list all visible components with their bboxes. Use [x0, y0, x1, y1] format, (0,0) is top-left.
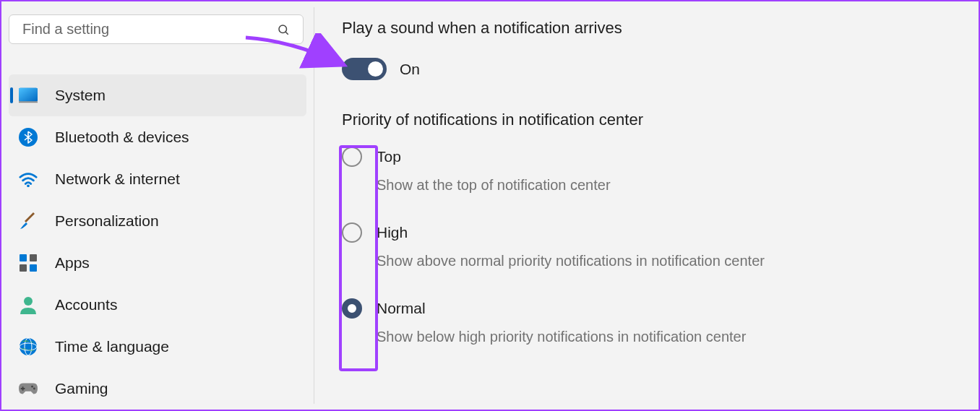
- nav-item-accounts[interactable]: Accounts: [9, 284, 306, 326]
- radio-desc: Show below high priority notifications i…: [377, 326, 788, 348]
- nav-item-time-language[interactable]: Time & language: [9, 326, 306, 368]
- person-icon: [19, 295, 38, 314]
- search-input[interactable]: [22, 21, 277, 38]
- nav-label: Personalization: [55, 212, 159, 230]
- svg-rect-9: [20, 264, 27, 272]
- gamepad-icon: [19, 379, 38, 398]
- radio-normal[interactable]: [342, 298, 362, 319]
- radio-high[interactable]: [342, 222, 362, 243]
- content-panel: Play a sound when a notification arrives…: [314, 1, 979, 410]
- priority-radio-group: Top Show at the top of notification cent…: [342, 147, 950, 348]
- svg-point-6: [27, 184, 30, 187]
- radio-option-top[interactable]: Top Show at the top of notification cent…: [342, 147, 950, 196]
- sound-setting-title: Play a sound when a notification arrives: [342, 19, 950, 38]
- globe-icon: [19, 337, 38, 356]
- nav-label: Accounts: [55, 296, 117, 313]
- svg-point-12: [20, 338, 37, 355]
- svg-rect-7: [20, 254, 27, 261]
- nav-item-bluetooth[interactable]: Bluetooth & devices: [9, 116, 306, 158]
- radio-option-normal[interactable]: Normal Show below high priority notifica…: [342, 298, 950, 348]
- toggle-state-label: On: [400, 61, 420, 78]
- nav-label: Time & language: [55, 338, 169, 355]
- radio-content: Top Show at the top of notification cent…: [377, 147, 950, 196]
- brush-icon: [19, 212, 38, 230]
- apps-icon: [19, 254, 38, 272]
- search-icon: [277, 23, 290, 36]
- priority-section-title: Priority of notifications in notificatio…: [342, 111, 950, 129]
- toggle-row: On: [342, 58, 950, 80]
- nav-label: Gaming: [55, 380, 108, 397]
- nav-label: System: [55, 87, 106, 104]
- radio-label: Normal: [377, 300, 950, 317]
- nav-label: Apps: [55, 254, 90, 272]
- nav-item-personalization[interactable]: Personalization: [9, 200, 306, 242]
- sidebar: System Bluetooth & devices Network & int…: [1, 1, 314, 410]
- sound-toggle[interactable]: [342, 58, 387, 80]
- svg-rect-4: [19, 101, 38, 103]
- nav-label: Network & internet: [55, 170, 180, 188]
- svg-line-1: [285, 32, 288, 35]
- nav-item-network[interactable]: Network & internet: [9, 158, 306, 200]
- nav-label: Bluetooth & devices: [55, 129, 189, 146]
- svg-rect-10: [30, 264, 37, 272]
- svg-point-11: [24, 297, 33, 306]
- radio-top[interactable]: [342, 147, 362, 167]
- svg-rect-3: [19, 88, 38, 102]
- svg-rect-8: [30, 254, 37, 261]
- radio-label: High: [377, 224, 950, 241]
- radio-option-high[interactable]: High Show above normal priority notifica…: [342, 222, 950, 272]
- svg-point-15: [31, 386, 33, 388]
- radio-content: Normal Show below high priority notifica…: [377, 298, 950, 348]
- radio-content: High Show above normal priority notifica…: [377, 222, 950, 272]
- nav-list: System Bluetooth & devices Network & int…: [9, 74, 306, 410]
- radio-label: Top: [377, 148, 950, 165]
- radio-desc: Show above normal priority notifications…: [377, 250, 788, 272]
- search-box[interactable]: [9, 14, 304, 44]
- nav-item-system[interactable]: System: [9, 74, 306, 116]
- svg-point-16: [33, 388, 35, 390]
- system-icon: [19, 86, 38, 105]
- wifi-icon: [19, 170, 38, 189]
- bluetooth-icon: [19, 128, 38, 147]
- nav-item-apps[interactable]: Apps: [9, 242, 306, 284]
- radio-desc: Show at the top of notification center: [377, 174, 788, 196]
- svg-point-0: [279, 25, 287, 33]
- nav-item-gaming[interactable]: Gaming: [9, 368, 306, 410]
